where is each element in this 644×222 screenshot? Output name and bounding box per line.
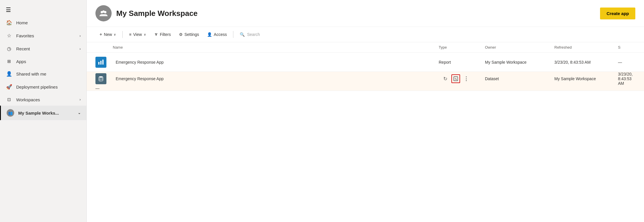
sidebar-item-apps[interactable]: ⊞ Apps	[0, 55, 86, 67]
row1-owner: My Sample Workspace	[485, 60, 554, 65]
chevron-right-icon: ›	[80, 34, 81, 38]
filters-label: Filters	[160, 32, 171, 37]
filters-button[interactable]: ⛛ Filters	[150, 30, 175, 39]
hamburger-icon: ☰	[6, 7, 11, 13]
sidebar: ☰ 🏠 Home ☆ Favorites › ◷ Recent › ⊞ Apps…	[0, 0, 87, 222]
table-row: Emergency Response App ↻ ⋮ Dataset My Sa…	[87, 72, 644, 91]
access-person-icon: 👤	[207, 32, 212, 37]
more-options-icon[interactable]: ⋮	[462, 74, 470, 83]
row1-name[interactable]: Emergency Response App	[113, 60, 439, 65]
new-label: New	[104, 32, 112, 37]
grid-icon: ⊞	[6, 59, 12, 64]
row1-status: —	[618, 60, 635, 65]
row2-refreshed: 3/23/20, 8:43:53 AM	[618, 72, 635, 86]
filter-icon: ⛛	[154, 32, 158, 37]
row2-icon-cell	[95, 73, 113, 84]
row2-name[interactable]: Emergency Response App	[113, 76, 439, 81]
sidebar-label-deployment: Deployment pipelines	[16, 85, 58, 89]
svg-point-2	[102, 10, 105, 13]
table-row: Emergency Response App Report My Sample …	[87, 53, 644, 72]
toolbar-divider-1	[122, 31, 123, 38]
sidebar-item-workspaces[interactable]: ⊡ Workspaces ›	[0, 93, 86, 106]
clock-icon: ◷	[6, 46, 12, 52]
sidebar-label-apps: Apps	[16, 59, 26, 64]
new-button[interactable]: + New ∨	[95, 30, 120, 39]
svg-point-6	[99, 76, 103, 78]
workspace-title-area: My Sample Workspace	[95, 5, 198, 21]
bar-chart-icon	[98, 59, 104, 65]
analyze-action-icon[interactable]	[451, 74, 460, 83]
col-status-header: S	[618, 45, 635, 49]
svg-rect-4	[100, 61, 102, 65]
sidebar-item-recent[interactable]: ◷ Recent ›	[0, 42, 86, 55]
view-button[interactable]: ≡ View ∨	[125, 30, 150, 39]
sidebar-item-mysample[interactable]: 👥 My Sample Works... ⌄	[0, 106, 86, 120]
row2-status: —	[95, 86, 113, 91]
access-button[interactable]: 👤 Access	[203, 30, 231, 39]
sidebar-item-deployment[interactable]: 🚀 Deployment pipelines	[0, 80, 86, 93]
dataset-icon	[95, 73, 106, 84]
sidebar-label-home: Home	[16, 20, 28, 25]
toolbar-divider-2	[233, 31, 233, 38]
sidebar-item-shared[interactable]: 👤 Shared with me	[0, 67, 86, 80]
chevron-right-icon: ›	[80, 98, 81, 102]
table-area: Name Type Owner Refreshed S Emergency Re…	[87, 42, 644, 222]
col-name-header: Name	[113, 45, 439, 49]
chevron-right-icon: ›	[80, 47, 81, 51]
svg-rect-3	[98, 62, 99, 65]
sidebar-nav: 🏠 Home ☆ Favorites › ◷ Recent › ⊞ Apps 👤…	[0, 16, 86, 222]
sidebar-label-workspaces: Workspaces	[16, 97, 40, 102]
svg-rect-7	[454, 77, 458, 81]
col-refreshed-header: Refreshed	[554, 45, 618, 49]
workspace-header: My Sample Workspace Create app	[87, 0, 644, 27]
person-icon: 👤	[6, 71, 12, 77]
home-icon: 🏠	[6, 20, 12, 26]
report-icon	[95, 57, 106, 68]
settings-button[interactable]: ⚙ Settings	[175, 30, 203, 39]
row1-refreshed: 3/23/20, 8:43:53 AM	[554, 60, 618, 65]
settings-label: Settings	[184, 32, 199, 37]
view-icon: ≡	[129, 32, 131, 37]
sidebar-item-home[interactable]: 🏠 Home	[0, 16, 86, 29]
table-header: Name Type Owner Refreshed S	[87, 42, 644, 53]
row1-type: Report	[439, 60, 485, 65]
database-icon	[98, 76, 104, 82]
col-type-header: Type	[439, 45, 485, 49]
sidebar-item-favorites[interactable]: ☆ Favorites ›	[0, 29, 86, 42]
workspace-avatar-icon	[99, 9, 108, 18]
rocket-icon: 🚀	[6, 84, 12, 90]
workspace-title: My Sample Workspace	[116, 9, 198, 18]
col-icon-header	[95, 45, 113, 49]
row2-actions: ↻ ⋮	[439, 74, 485, 83]
row2-name-text: Emergency Response App	[116, 76, 164, 81]
search-label: Search	[247, 32, 260, 37]
sidebar-label-mysample: My Sample Works...	[18, 111, 59, 115]
row-icon-cell	[95, 57, 113, 68]
sidebar-label-recent: Recent	[16, 46, 30, 51]
search-icon: 🔍	[240, 32, 245, 37]
refresh-action-icon[interactable]: ↻	[441, 74, 450, 83]
search-area[interactable]: 🔍 Search	[236, 30, 264, 39]
row2-owner: My Sample Workspace	[554, 76, 618, 81]
sidebar-label-favorites: Favorites	[16, 33, 34, 38]
new-chevron-icon: ∨	[114, 33, 116, 36]
row1-name-text: Emergency Response App	[116, 60, 164, 65]
chevron-down-icon: ⌄	[78, 111, 81, 115]
gear-icon: ⚙	[179, 32, 183, 37]
toolbar: + New ∨ ≡ View ∨ ⛛ Filters ⚙ Settings 👤 …	[87, 27, 644, 42]
view-label: View	[133, 32, 142, 37]
analyze-in-excel-icon	[453, 76, 458, 81]
workspace-avatar	[95, 5, 112, 21]
plus-icon: +	[99, 32, 102, 37]
star-icon: ☆	[6, 33, 12, 39]
workspaces-icon: ⊡	[6, 97, 12, 102]
group-icon: 👥	[7, 109, 14, 117]
col-owner-header: Owner	[485, 45, 554, 49]
main-content: My Sample Workspace Create app + New ∨ ≡…	[87, 0, 644, 222]
row2-type: Dataset	[485, 76, 554, 81]
hamburger-button[interactable]: ☰	[0, 0, 86, 16]
sidebar-label-shared: Shared with me	[16, 71, 46, 76]
view-chevron-icon: ∨	[144, 33, 146, 36]
create-app-button[interactable]: Create app	[600, 8, 635, 19]
access-label: Access	[214, 32, 227, 37]
